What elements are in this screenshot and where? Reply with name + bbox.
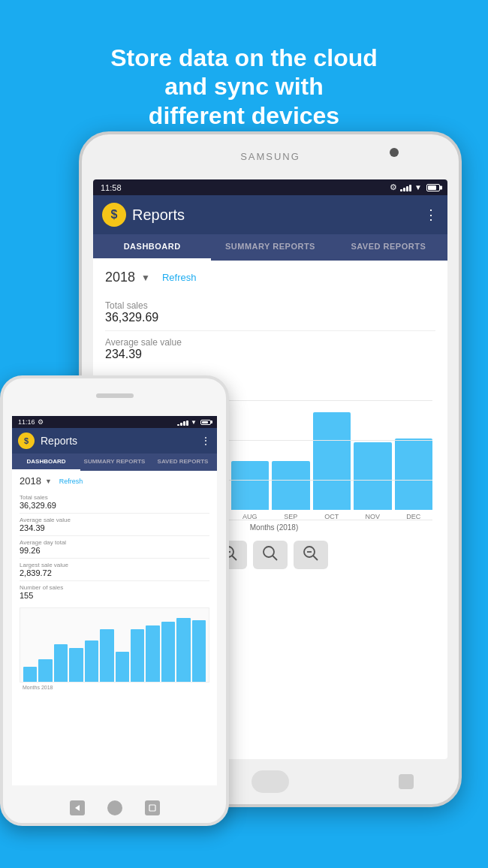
label-avg-day-small: Average day total (20, 539, 209, 546)
value-largest-sale-small: 2,839.72 (20, 568, 209, 577)
bar-small (176, 618, 190, 682)
home-button[interactable] (252, 770, 289, 793)
year-row-large: 2018 ▼ Refresh (105, 270, 435, 285)
stat-value-avg-sale-large: 234.39 (105, 348, 435, 361)
nav-buttons-small (70, 800, 160, 815)
bar-small (131, 629, 144, 682)
label-largest-sale-small: Largest sale value (20, 562, 209, 568)
app-icon-small: $ (18, 432, 35, 449)
tabs-large: DASHBOARD SUMMARY REPORTS SAVED REPORTS (93, 234, 447, 261)
value-total-sales-small: 36,329.69 (20, 501, 209, 510)
bar-large (395, 439, 433, 510)
signal-icon-large (400, 184, 411, 191)
wifi-icon-large: ▼ (414, 183, 422, 191)
stat-avg-sale-small: Average sale value 234.39 (20, 514, 209, 536)
bar-small (116, 652, 129, 682)
svg-point-4 (264, 547, 274, 557)
signal-icon-small (177, 418, 188, 426)
bar-col-large: AUG (231, 461, 270, 520)
year-value-large: 2018 (105, 270, 135, 285)
stat-value-total-sales-large: 36,329.69 (105, 311, 435, 324)
svg-line-7 (313, 556, 318, 560)
bar-large (231, 461, 270, 510)
battery-icon-small (200, 420, 211, 425)
bar-large (272, 461, 310, 510)
stat-avg-sale-large: Average sale value 234.39 (105, 331, 435, 367)
tab-summary-large[interactable]: SUMMARY REPORTS (211, 234, 329, 261)
svg-rect-10 (149, 805, 155, 811)
bar-month-label: AUG (242, 513, 258, 520)
tabs-small: DASHBOARD SUMMARY REPORTS SAVED REPORTS (12, 454, 217, 471)
tab-dashboard-small[interactable]: DASHBOARD (12, 454, 80, 471)
year-dropdown-icon[interactable]: ▼ (141, 273, 150, 283)
chart-x-label-small: Months 2018 (20, 685, 209, 690)
label-num-sales-small: Number of sales (20, 584, 209, 591)
time-large: 11:58 (101, 183, 122, 192)
svg-line-1 (232, 556, 236, 560)
value-num-sales-small: 155 (20, 591, 209, 600)
hero-section: Store data on the cloud and sync with di… (0, 0, 488, 157)
app-header-small: $ Reports ⋮ (12, 428, 217, 454)
bar-small (100, 629, 113, 682)
stat-avg-day-small: Average day total 99.26 (20, 536, 209, 559)
dashboard-content-large: 2018 ▼ Refresh Total sales 36,329.69 Ave… (93, 261, 447, 376)
speaker (96, 393, 134, 398)
bar-small (85, 640, 98, 682)
tab-summary-small[interactable]: SUMMARY REPORTS (80, 454, 149, 471)
status-icons-large: ⚙ ▼ (390, 182, 440, 192)
status-icons-small: ▼ (177, 418, 211, 426)
label-total-sales-small: Total sales (20, 494, 209, 501)
refresh-button-large[interactable]: Refresh (162, 272, 197, 283)
bar-chart-small (20, 607, 209, 683)
bar-month-label: OCT (324, 513, 339, 520)
stat-label-avg-sale-large: Average sale value (105, 337, 435, 348)
tab-dashboard-large[interactable]: DASHBOARD (93, 234, 211, 261)
app-icon-large: $ (102, 203, 126, 227)
zoom-reset-button[interactable] (253, 541, 288, 569)
menu-button-small[interactable]: ⋮ (200, 435, 211, 447)
small-phone-screen: 11:16 ⚙ ▼ $ (12, 416, 217, 785)
bar-col-large: NOV (354, 442, 392, 520)
back-nav-btn[interactable] (70, 800, 85, 815)
wifi-icon-small: ▼ (191, 419, 197, 426)
bar-col-large: SEP (272, 461, 310, 520)
bar-large (354, 442, 392, 510)
status-bar-small: 11:16 ⚙ ▼ (12, 416, 217, 428)
stat-label-total-sales-large: Total sales (105, 300, 435, 311)
app-header-left-small: $ Reports (18, 432, 77, 449)
bar-small (54, 644, 68, 682)
bar-small (23, 667, 37, 682)
menu-button-large[interactable]: ⋮ (424, 206, 438, 223)
bar-large (313, 412, 351, 510)
app-title-large: Reports (132, 206, 185, 224)
stat-total-sales-small: Total sales 36,329.69 (20, 491, 209, 514)
home-nav-btn[interactable] (107, 800, 122, 815)
bar-small (69, 648, 83, 682)
dashboard-content-small: 2018 ▼ Refresh Total sales 36,329.69 Ave… (12, 471, 217, 695)
stat-total-sales-large: Total sales 36,329.69 (105, 294, 435, 331)
back-button[interactable] (399, 774, 414, 789)
bar-small (38, 659, 52, 682)
year-value-small: 2018 (20, 475, 41, 487)
zoom-out-button[interactable] (294, 541, 328, 569)
bar-month-label: DEC (406, 513, 420, 520)
bar-col-large: OCT (313, 412, 351, 520)
recent-nav-btn[interactable] (145, 800, 160, 815)
year-dropdown-icon-small[interactable]: ▼ (45, 478, 52, 485)
bar-month-label: NOV (365, 513, 380, 520)
tab-saved-large[interactable]: SAVED REPORTS (330, 234, 447, 261)
bar-small (192, 620, 206, 682)
value-avg-day-small: 99.26 (20, 546, 209, 555)
bar-col-large: DEC (395, 439, 433, 520)
time-small: 11:16 (18, 418, 35, 426)
settings-icon-large: ⚙ (390, 182, 397, 192)
battery-icon-large (426, 184, 440, 191)
app-header-large: $ Reports ⋮ (93, 195, 447, 234)
bar-small (146, 625, 159, 682)
settings-icon-small: ⚙ (38, 418, 44, 426)
tab-saved-small[interactable]: SAVED REPORTS (149, 454, 217, 471)
bar-small (161, 622, 175, 682)
refresh-button-small[interactable]: Refresh (59, 478, 83, 485)
small-phone: 11:16 ⚙ ▼ $ (0, 375, 229, 826)
status-left-small: 11:16 ⚙ (18, 418, 44, 426)
